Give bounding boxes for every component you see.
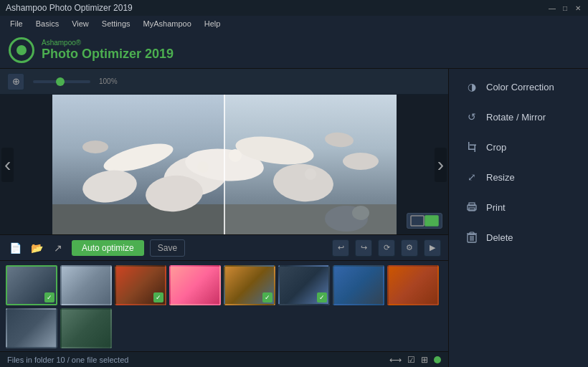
status-icon-arrow[interactable]: ⟷: [389, 355, 402, 365]
history-btn[interactable]: ⟳: [378, 239, 395, 257]
view-toggle-icon: [410, 215, 439, 227]
header: Ashampoo® Photo Optimizer 2019: [0, 32, 588, 69]
color-correction-icon: ◑: [465, 80, 479, 94]
menu-myashampoo[interactable]: MyAshampoo: [138, 18, 197, 29]
svg-point-17: [352, 206, 369, 220]
left-panel: ⊕ 100%: [0, 69, 448, 367]
view-toggle-btn[interactable]: [407, 213, 442, 229]
svg-point-14: [82, 140, 108, 153]
undo-btn[interactable]: ↩: [332, 239, 349, 257]
thumb-check-3: ✓: [153, 292, 163, 302]
color-correction-label: Color Correction: [486, 82, 554, 92]
panel-print[interactable]: Print: [453, 193, 584, 221]
main-area: ⊕ 100%: [0, 69, 588, 367]
status-right: ⟷ ☑ ⊞: [389, 355, 441, 365]
crop-label: Crop: [486, 142, 506, 153]
thumbnail-7[interactable]: [333, 265, 384, 305]
header-text: Ashampoo® Photo Optimizer 2019: [42, 39, 174, 62]
minimize-btn[interactable]: —: [548, 4, 556, 12]
resize-label: Resize: [486, 172, 515, 183]
prev-image-btn[interactable]: ‹: [1, 148, 14, 182]
thumbnail-2[interactable]: [60, 265, 112, 305]
image-toolbar: ⊕ 100%: [0, 69, 448, 95]
next-image-btn[interactable]: ›: [435, 148, 447, 182]
share-btn[interactable]: ↗: [50, 240, 66, 256]
delete-icon: [465, 230, 479, 244]
svg-rect-25: [468, 142, 470, 149]
logo: [9, 37, 34, 63]
thumbnail-8[interactable]: [387, 265, 439, 305]
thumbnail-3[interactable]: ✓: [115, 265, 166, 305]
thumbnails-row2: [0, 308, 448, 351]
svg-point-19: [229, 149, 242, 162]
svg-rect-5: [224, 204, 397, 235]
svg-point-20: [305, 168, 316, 180]
navigate-btn[interactable]: ⊕: [7, 73, 24, 90]
redo-btn[interactable]: ↪: [355, 239, 372, 257]
resize-icon: ⤢: [465, 170, 479, 184]
thumb-check-1: ✓: [44, 292, 54, 302]
delete-icon-svg: [467, 232, 477, 243]
brand-name: Ashampoo®: [42, 39, 174, 47]
zoom-thumb[interactable]: [56, 77, 65, 86]
menu-settings[interactable]: Settings: [96, 18, 136, 29]
menubar: File Basics View Settings MyAshampoo Hel…: [0, 16, 588, 32]
crop-icon: [465, 140, 479, 154]
new-file-btn[interactable]: 📄: [7, 240, 23, 256]
thumbnails-area: ✓ ✓ ✓ ✓: [0, 260, 448, 351]
status-icon-check[interactable]: ☑: [407, 355, 415, 365]
crop-icon-svg: [466, 141, 478, 153]
image-svg: [52, 95, 397, 234]
thumbnail-10[interactable]: [60, 308, 112, 348]
menu-help[interactable]: Help: [199, 18, 227, 29]
svg-point-18: [197, 161, 209, 173]
action-bar: 📄 📂 ↗ Auto optimize Save ↩ ↪ ⟳ ⚙ ▶: [0, 234, 448, 260]
svg-rect-26: [468, 149, 475, 151]
maximize-btn[interactable]: □: [561, 4, 569, 12]
app-name: Photo Optimizer 2019: [42, 47, 174, 62]
thumbnail-4[interactable]: [169, 265, 221, 305]
rotate-mirror-label: Rotate / Mirror: [486, 112, 546, 123]
thumbnail-1[interactable]: ✓: [6, 265, 57, 305]
open-file-btn[interactable]: 📂: [29, 240, 44, 256]
thumbnail-9[interactable]: [6, 308, 57, 348]
svg-rect-23: [411, 216, 424, 226]
zoom-slider[interactable]: [33, 80, 90, 83]
panel-color-correction[interactable]: ◑ Color Correction: [453, 72, 584, 101]
thumb-check-6: ✓: [317, 292, 327, 302]
panel-rotate-mirror[interactable]: ↺ Rotate / Mirror: [453, 103, 584, 131]
thumbnail-5[interactable]: ✓: [224, 265, 275, 305]
status-icon-grid[interactable]: ⊞: [421, 355, 428, 365]
print-label: Print: [486, 202, 506, 213]
svg-rect-28: [470, 145, 476, 146]
statusbar: Files in folder 10 / one file selected ⟷…: [0, 351, 448, 367]
panel-crop[interactable]: Crop: [453, 133, 584, 161]
print-icon-svg: [466, 201, 478, 213]
panel-delete[interactable]: Delete: [453, 223, 584, 252]
more-btn[interactable]: ▶: [424, 239, 441, 257]
thumb-check-5: ✓: [262, 292, 272, 302]
print-icon: [465, 200, 479, 214]
zoom-label: 100%: [99, 77, 118, 85]
save-btn[interactable]: Save: [150, 239, 185, 257]
right-panel: ◑ Color Correction ↺ Rotate / Mirror Cro…: [448, 69, 588, 367]
status-text: Files in folder 10 / one file selected: [7, 356, 128, 364]
window-controls: — □ ✕: [548, 4, 582, 12]
auto-optimize-btn[interactable]: Auto optimize: [72, 240, 144, 256]
svg-rect-24: [425, 216, 438, 226]
svg-point-15: [343, 153, 379, 170]
image-content: Original Optimized: [52, 95, 397, 234]
panel-resize[interactable]: ⤢ Resize: [453, 163, 584, 191]
delete-label: Delete: [486, 232, 513, 243]
titlebar: Ashampoo Photo Optimizer 2019 — □ ✕: [0, 0, 588, 16]
thumbnail-6[interactable]: ✓: [278, 265, 330, 305]
image-area: Original Optimized ‹ › ⤢: [0, 95, 448, 234]
settings-btn[interactable]: ⚙: [401, 239, 418, 257]
menu-view[interactable]: View: [66, 18, 95, 29]
image-display: Original Optimized: [52, 95, 397, 234]
status-indicator: [434, 356, 441, 363]
menu-file[interactable]: File: [4, 18, 29, 29]
app-name-part1: Photo Optimizer: [42, 47, 145, 61]
close-btn[interactable]: ✕: [574, 4, 582, 12]
menu-basics[interactable]: Basics: [30, 18, 65, 29]
